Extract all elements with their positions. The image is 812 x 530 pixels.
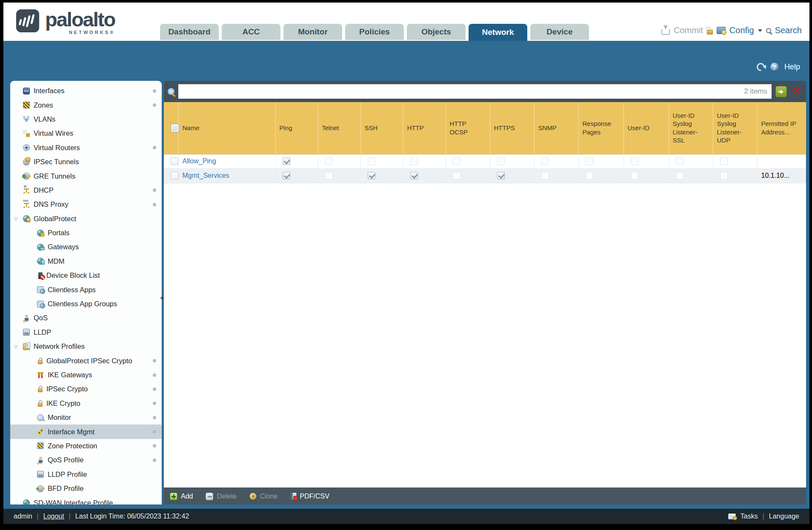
clone-button[interactable]: Clone	[249, 493, 278, 500]
column-header-permitted-ip-address[interactable]: Permitted IP Address...	[757, 102, 806, 154]
unchecked-checkbox[interactable]	[720, 157, 728, 165]
checked-checkbox[interactable]	[283, 157, 290, 165]
column-header-ssh[interactable]: SSH	[360, 102, 403, 154]
config-button[interactable]: Config	[729, 26, 754, 35]
item-options-dot[interactable]	[153, 359, 156, 362]
sidebar-item-dns-proxy[interactable]: DNS Proxy	[10, 197, 162, 211]
item-options-dot[interactable]	[153, 373, 156, 377]
sidebar-item-globalprotect[interactable]: ▽GlobalProtect	[10, 212, 162, 226]
table-row[interactable]: Mgmt_Services10.1.10...	[164, 168, 806, 183]
tab-network[interactable]: Network	[469, 24, 527, 41]
sidebar-item-ipsec-crypto[interactable]: IPSec Crypto	[10, 382, 162, 396]
checked-checkbox[interactable]	[368, 172, 375, 180]
column-header-telnet[interactable]: Telnet	[318, 102, 360, 154]
item-options-dot[interactable]	[153, 402, 156, 405]
expand-arrow-icon[interactable]: ▽	[14, 216, 17, 222]
delete-button[interactable]: Delete	[206, 493, 236, 500]
pdf-csv-button[interactable]: PDF/CSV	[291, 493, 329, 500]
tab-monitor[interactable]: Monitor	[283, 24, 342, 40]
column-header-response-pages[interactable]: Response Pages	[578, 102, 623, 154]
sidebar-item-globalprotect-ipsec-crypto[interactable]: GlobalProtect IPSec Crypto	[10, 353, 162, 368]
column-header-ping[interactable]: Ping	[275, 102, 318, 154]
tab-acc[interactable]: ACC	[222, 24, 280, 40]
unchecked-checkbox[interactable]	[586, 157, 593, 165]
item-options-dot[interactable]	[153, 430, 156, 433]
sidebar-item-zones[interactable]: Zones	[10, 98, 162, 112]
tab-dashboard[interactable]: Dashboard	[160, 24, 219, 40]
unchecked-checkbox[interactable]	[541, 172, 549, 180]
select-all-checkbox[interactable]	[171, 124, 179, 132]
sidebar-collapse-handle[interactable]: ◀	[160, 296, 163, 300]
apply-filter-button[interactable]	[775, 86, 787, 97]
sidebar-item-ike-gateways[interactable]: IKE Gateways	[10, 368, 162, 382]
unchecked-checkbox[interactable]	[325, 157, 333, 165]
sidebar-item-gre-tunnels[interactable]: GRE Tunnels	[10, 169, 162, 183]
commit-button[interactable]: Commit	[674, 26, 703, 35]
language-link[interactable]: Language	[769, 513, 799, 520]
sidebar-item-zone-protection[interactable]: Zone Protection	[10, 439, 162, 453]
unchecked-checkbox[interactable]	[453, 172, 460, 180]
unchecked-checkbox[interactable]	[325, 172, 333, 180]
row-name-link[interactable]: Allow_Ping	[183, 157, 216, 165]
unchecked-checkbox[interactable]	[410, 157, 418, 165]
refresh-icon[interactable]	[755, 61, 766, 73]
sidebar-item-interface-mgmt[interactable]: Interface Mgmt	[10, 425, 162, 439]
expand-arrow-icon[interactable]: ▽	[14, 344, 17, 349]
chevron-down-icon[interactable]	[758, 29, 762, 32]
unchecked-checkbox[interactable]	[541, 157, 549, 165]
sidebar-item-lldp-profile[interactable]: LLDP Profile	[10, 467, 162, 482]
sidebar-item-mdm[interactable]: MDM	[10, 254, 162, 268]
tab-device[interactable]: Device	[530, 24, 589, 40]
column-header-user-id-syslog-listener-udp[interactable]: User-ID Syslog Listener-UDP	[713, 102, 757, 154]
unchecked-checkbox[interactable]	[497, 157, 505, 165]
unchecked-checkbox[interactable]	[676, 172, 683, 180]
item-options-dot[interactable]	[153, 444, 156, 447]
column-header-user-id[interactable]: User-ID	[623, 102, 669, 154]
sidebar-item-monitor[interactable]: Monitor	[10, 410, 162, 425]
column-header-http-ocsp[interactable]: HTTP OCSP	[446, 102, 490, 154]
sidebar-item-ike-crypto[interactable]: IKE Crypto	[10, 396, 162, 410]
search-button[interactable]: Search	[775, 26, 802, 35]
item-options-dot[interactable]	[153, 388, 156, 391]
unchecked-checkbox[interactable]	[368, 157, 375, 165]
sidebar-item-portals[interactable]: Portals	[10, 226, 162, 240]
help-icon[interactable]	[770, 62, 779, 71]
sidebar-item-clientless-app-groups[interactable]: Clientless App Groups	[10, 297, 162, 311]
search-icon[interactable]	[766, 28, 771, 33]
sidebar-item-virtual-routers[interactable]: Virtual Routers	[10, 141, 162, 155]
item-options-dot[interactable]	[153, 146, 156, 149]
unchecked-checkbox[interactable]	[720, 172, 728, 180]
column-header-name[interactable]: Name	[178, 102, 275, 154]
filter-input[interactable]	[178, 84, 744, 99]
tasks-link[interactable]: Tasks	[741, 513, 758, 520]
row-checkbox[interactable]	[171, 157, 178, 165]
sidebar-item-qos-profile[interactable]: QoS Profile	[10, 453, 162, 467]
checked-checkbox[interactable]	[497, 172, 505, 180]
item-options-dot[interactable]	[153, 103, 156, 107]
sidebar-item-sd-wan-interface-profile[interactable]: SD-WAN Interface Profile	[10, 496, 162, 504]
unchecked-checkbox[interactable]	[453, 157, 460, 165]
column-header-snmp[interactable]: SNMP	[534, 102, 578, 154]
sidebar-item-dhcp[interactable]: DHCP	[10, 183, 162, 197]
sidebar-item-lldp[interactable]: LLDP	[10, 325, 162, 339]
sidebar-item-interfaces[interactable]: Interfaces	[10, 84, 162, 98]
checked-checkbox[interactable]	[410, 172, 418, 180]
item-options-dot[interactable]	[153, 459, 156, 462]
sidebar-item-gateways[interactable]: Gateways	[10, 240, 162, 254]
checked-checkbox[interactable]	[283, 172, 290, 180]
sidebar-item-ipsec-tunnels[interactable]: IPSec Tunnels	[10, 155, 162, 169]
sidebar-item-virtual-wires[interactable]: Virtual Wires	[10, 126, 162, 140]
logout-link[interactable]: Logout	[43, 513, 64, 520]
tab-objects[interactable]: Objects	[407, 24, 466, 40]
sidebar-item-device-block-list[interactable]: Device Block List	[10, 268, 162, 282]
unchecked-checkbox[interactable]	[631, 157, 638, 165]
unchecked-checkbox[interactable]	[586, 172, 593, 180]
table-row[interactable]: Allow_Ping	[164, 154, 806, 168]
row-name-link[interactable]: Mgmt_Services	[183, 172, 229, 179]
row-checkbox[interactable]	[171, 172, 178, 180]
lock-icon[interactable]	[707, 30, 713, 34]
unchecked-checkbox[interactable]	[631, 172, 638, 180]
item-options-dot[interactable]	[153, 416, 156, 419]
sidebar-item-qos[interactable]: QoS	[10, 311, 162, 325]
column-header-user-id-syslog-listener-ssl[interactable]: User-ID Syslog Listener-SSL	[669, 102, 713, 154]
